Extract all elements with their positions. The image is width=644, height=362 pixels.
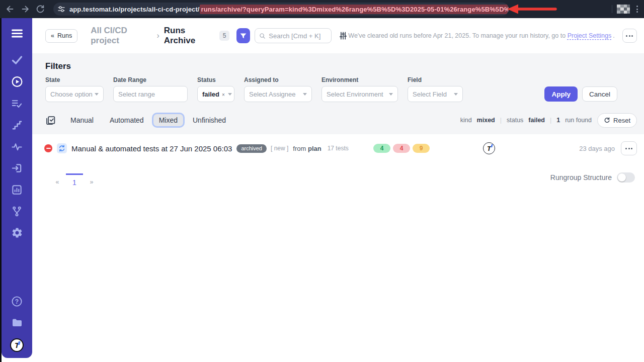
menu-icon[interactable] xyxy=(11,27,23,39)
back-to-runs-button[interactable]: « Runs xyxy=(45,29,77,43)
import-icon[interactable] xyxy=(11,162,23,174)
runs-count-badge: 5 xyxy=(219,31,229,41)
page-header: « Runs All CI/CD project › Runs Archive … xyxy=(32,18,644,53)
view-settings-sliders-icon[interactable] xyxy=(338,30,348,41)
from-label: from xyxy=(293,145,306,152)
svg-text:?: ? xyxy=(15,298,19,305)
back-label: Runs xyxy=(57,32,72,39)
projects-folder-icon[interactable] xyxy=(11,317,23,329)
browser-forward-icon[interactable] xyxy=(20,4,30,14)
main-content: « Runs All CI/CD project › Runs Archive … xyxy=(32,18,644,362)
breadcrumb-project[interactable]: All CI/CD project xyxy=(91,26,152,46)
runs-play-icon[interactable] xyxy=(11,75,23,87)
filters-panel: Filters State Choose option Date Range S… xyxy=(32,53,644,134)
pagination-next[interactable]: » xyxy=(83,173,100,187)
rungroup-structure-toggle[interactable] xyxy=(617,172,635,183)
tests-count: 17 tests xyxy=(328,145,349,152)
state-select[interactable]: Choose option xyxy=(45,86,104,102)
analytics-icon[interactable] xyxy=(11,184,23,196)
state-placeholder: Choose option xyxy=(50,90,93,98)
cancel-button[interactable]: Cancel xyxy=(582,86,617,102)
status-value: failed xyxy=(202,90,219,98)
branches-icon[interactable] xyxy=(11,205,23,217)
filters-row: State Choose option Date Range Select ra… xyxy=(45,76,637,102)
filter-button[interactable] xyxy=(236,28,250,43)
settings-gear-icon[interactable] xyxy=(11,227,23,239)
status-value: failed xyxy=(528,117,545,124)
status-select[interactable]: failed × xyxy=(197,86,234,102)
environment-label: Environment xyxy=(321,76,398,83)
select-runs-icon[interactable] xyxy=(45,115,56,126)
steps-icon[interactable] xyxy=(11,119,23,131)
run-time-ago: 23 days ago xyxy=(579,145,615,152)
passed-badge: 4 xyxy=(373,144,390,153)
assignee-select[interactable]: Select Assignee xyxy=(244,86,312,102)
tab-automated[interactable]: Automated xyxy=(102,112,152,128)
reset-button[interactable]: Reset xyxy=(597,113,637,128)
help-icon[interactable]: ? xyxy=(11,295,23,307)
field-placeholder: Select Field xyxy=(413,90,447,98)
project-settings-link[interactable]: Project Settings xyxy=(568,32,612,39)
date-range-placeholder: Select range xyxy=(118,90,155,98)
annotation-arrow-icon xyxy=(506,3,558,15)
reset-label: Reset xyxy=(613,117,630,124)
address-bar[interactable]: app.testomat.io/projects/all-ci-cd-proje… xyxy=(53,3,509,16)
browser-profile-avatar[interactable] xyxy=(617,5,630,14)
status-label: status xyxy=(507,117,523,124)
field-select[interactable]: Select Field xyxy=(408,86,463,102)
browser-menu-icon[interactable] xyxy=(634,4,640,15)
tab-mixed[interactable]: Mixed xyxy=(152,113,185,128)
funnel-icon xyxy=(239,32,247,40)
kind-label: kind xyxy=(460,117,472,124)
creator-avatar: T xyxy=(483,142,495,154)
mixed-run-icon xyxy=(57,143,67,153)
environment-placeholder: Select Environment xyxy=(327,90,383,98)
chevron-down-icon xyxy=(228,93,232,96)
run-title[interactable]: Manual & automated tests at 27 Jun 2025 … xyxy=(71,144,232,153)
date-range-filter: Date Range Select range xyxy=(113,76,188,102)
chevron-down-icon xyxy=(454,93,458,96)
back-chevron: « xyxy=(51,32,54,39)
environment-filter: Environment Select Environment xyxy=(321,76,398,102)
field-label: Field xyxy=(408,76,463,83)
test-plans-icon[interactable] xyxy=(11,97,23,109)
tab-manual[interactable]: Manual xyxy=(62,112,102,128)
date-range-input[interactable]: Select range xyxy=(113,86,188,102)
pagination: « 1 » xyxy=(49,173,637,187)
chevron-down-icon xyxy=(389,93,393,96)
tab-unfinished[interactable]: Unfinished xyxy=(185,112,234,128)
testomat-logo[interactable]: T xyxy=(10,338,24,352)
page-title: Runs Archive xyxy=(164,26,214,46)
divider: | xyxy=(550,117,551,124)
apply-button[interactable]: Apply xyxy=(544,86,578,102)
status-filter: Status failed × xyxy=(197,76,234,102)
found-count: 1 xyxy=(556,117,560,124)
run-row[interactable]: Manual & automated tests at 27 Jun 2025 … xyxy=(44,141,637,156)
state-label: State xyxy=(45,76,104,83)
active-filters-summary: kind mixed | status failed | 1 run found xyxy=(460,117,592,124)
browser-back-icon[interactable] xyxy=(5,4,15,14)
assignee-label: Assigned to xyxy=(244,76,312,83)
archived-badge: archived xyxy=(236,144,267,153)
run-more-button[interactable] xyxy=(621,141,637,155)
remove-status-icon[interactable]: × xyxy=(222,92,225,98)
runs-list: Manual & automated tests at 27 Jun 2025 … xyxy=(32,134,644,344)
assignee-filter: Assigned to Select Assignee xyxy=(244,76,312,102)
browser-reload-icon[interactable] xyxy=(35,4,45,14)
pagination-page-1[interactable]: 1 xyxy=(66,173,83,187)
run-source: from plan xyxy=(293,145,321,152)
environment-select[interactable]: Select Environment xyxy=(321,86,398,102)
pagination-prev[interactable]: « xyxy=(49,173,66,187)
field-filter: Field Select Field xyxy=(408,76,463,102)
pulse-icon[interactable] xyxy=(11,140,23,152)
chevron-down-icon xyxy=(303,93,307,96)
site-settings-icon[interactable] xyxy=(57,5,65,13)
browser-bar: app.testomat.io/projects/all-ci-cd-proje… xyxy=(0,0,644,18)
chevron-down-icon xyxy=(95,93,99,96)
found-label: run found xyxy=(565,117,592,124)
url-text: app.testomat.io/projects/all-ci-cd-proje… xyxy=(69,6,509,13)
search-box[interactable] xyxy=(255,28,332,43)
check-icon[interactable] xyxy=(11,54,23,66)
header-more-button[interactable] xyxy=(622,29,637,43)
search-input[interactable] xyxy=(269,32,327,40)
